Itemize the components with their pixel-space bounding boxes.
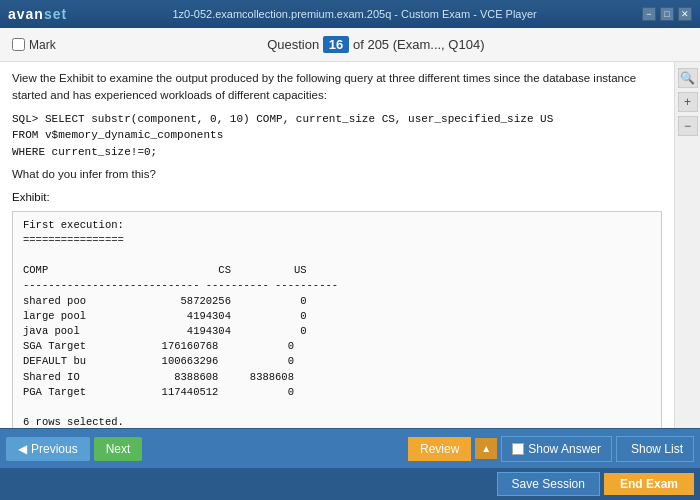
previous-button[interactable]: ◀ Previous [6,437,90,461]
mark-label[interactable]: Mark [12,38,56,52]
bottom-toolbar: ◀ Previous Next Review ▲ Show Answer Sho… [0,428,700,468]
question-number: 16 [323,36,349,53]
zoom-out-icon[interactable]: − [678,116,698,136]
question-info: Question 16 of 205 (Exam..., Q104) [64,37,688,52]
review-button[interactable]: Review [408,437,471,461]
title-bar: avanset 1z0-052.examcollection.premium.e… [0,0,700,28]
show-answer-checkbox [512,443,524,455]
zoom-in-icon[interactable]: + [678,92,698,112]
minimize-button[interactable]: − [642,7,656,21]
end-exam-button[interactable]: End Exam [604,473,694,495]
window-controls: − □ ✕ [642,7,692,21]
prev-arrow-icon: ◀ [18,442,27,456]
logo-set: set [44,6,67,22]
exhibit-label: Exhibit: First execution: ==============… [12,189,662,428]
app-logo: avanset [8,6,67,22]
save-session-button[interactable]: Save Session [497,472,600,496]
close-button[interactable]: ✕ [678,7,692,21]
sql-code: SQL> SELECT substr(component, 0, 10) COM… [12,111,662,161]
main-content: View the Exhibit to examine the output p… [0,62,700,428]
mark-checkbox[interactable] [12,38,25,51]
window-title: 1z0-052.examcollection.premium.exam.205q… [67,8,642,20]
very-bottom-bar: Save Session End Exam [0,468,700,500]
show-list-button[interactable]: Show List [616,436,694,462]
review-arrow-button[interactable]: ▲ [475,438,497,459]
right-sidebar: 🔍 + − [674,62,700,428]
maximize-button[interactable]: □ [660,7,674,21]
exhibit-content: First execution: ================ COMP C… [12,211,662,429]
content-area[interactable]: View the Exhibit to examine the output p… [0,62,674,428]
show-answer-button[interactable]: Show Answer [501,436,612,462]
logo-avan: avan [8,6,44,22]
question-header: Mark Question 16 of 205 (Exam..., Q104) [0,28,700,62]
next-button[interactable]: Next [94,437,143,461]
intro-text: View the Exhibit to examine the output p… [12,70,662,105]
search-icon[interactable]: 🔍 [678,68,698,88]
question-text: What do you infer from this? [12,166,662,183]
